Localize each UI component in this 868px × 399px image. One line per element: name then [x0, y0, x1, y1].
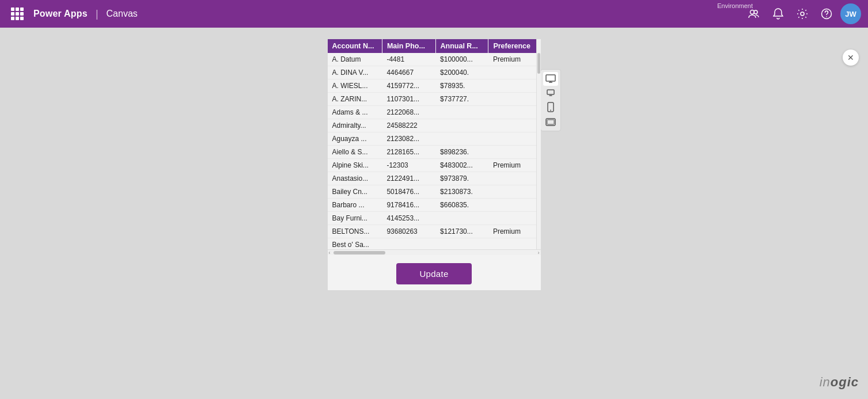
cell-account: Best o' Sa...: [328, 238, 382, 250]
title-divider: |: [96, 8, 98, 20]
topbar: Power Apps | Canvas Environment: [0, 0, 868, 28]
col-phone: Main Pho...: [382, 39, 435, 53]
cell-phone: 2122491...: [382, 172, 435, 185]
v-scrollbar-thumb: [537, 53, 540, 74]
grid-menu-button[interactable]: [7, 3, 28, 24]
cell-preference: [488, 185, 541, 199]
cell-preference: [488, 79, 541, 93]
desktop-icon: [545, 74, 556, 83]
cell-phone: 1107301...: [382, 93, 435, 106]
grid-icon: [11, 7, 24, 20]
svg-point-8: [550, 110, 551, 111]
user-avatar[interactable]: JW: [840, 3, 861, 24]
table-row[interactable]: Barbaro ...9178416...$660835.: [328, 199, 541, 212]
cell-preference: [488, 199, 541, 212]
cell-annual: $973879.: [435, 172, 488, 185]
cell-preference: [488, 146, 541, 159]
h-scroll-left-arrow[interactable]: ‹: [329, 250, 331, 256]
inogic-logo-text: ogic: [831, 375, 859, 389]
cell-account: Bailey Cn...: [328, 185, 382, 199]
table-row[interactable]: Alpine Ski...-12303$483002...Premium: [328, 159, 541, 172]
col-preference: Preference: [488, 39, 541, 53]
topbar-right: JW: [744, 3, 861, 24]
cell-account: Aguayza ...: [328, 132, 382, 146]
settings-button[interactable]: [792, 3, 813, 24]
accounts-table: Account N... Main Pho... Annual R... Pre…: [328, 39, 541, 249]
cell-annual: $100000...: [435, 53, 488, 66]
cell-phone: 9178416...: [382, 199, 435, 212]
close-button[interactable]: ✕: [843, 50, 859, 66]
device-panel: [540, 69, 561, 131]
table-row[interactable]: A. DINA V...4464667$200040.: [328, 66, 541, 79]
desktop-view-button[interactable]: [543, 72, 558, 86]
table-row[interactable]: Anastasio...2122491...$973879.: [328, 172, 541, 185]
cell-account: A. ZARIN...: [328, 93, 382, 106]
table-header-row: Account N... Main Pho... Annual R... Pre…: [328, 39, 541, 53]
table-row[interactable]: Adams & ...2122068...: [328, 106, 541, 119]
svg-point-4: [826, 16, 827, 17]
cell-preference: [488, 106, 541, 119]
svg-rect-6: [547, 90, 554, 94]
cell-account: Adams & ...: [328, 106, 382, 119]
community-icon: [748, 8, 760, 20]
canvas-panel: Account N... Main Pho... Annual R... Pre…: [328, 39, 541, 290]
cell-account: A. Datum: [328, 53, 382, 66]
cell-phone: 4145253...: [382, 212, 435, 225]
cell-preference: Premium: [488, 225, 541, 238]
col-annual: Annual R...: [435, 39, 488, 53]
table-row[interactable]: Aiello & S...2128165...$898236.: [328, 146, 541, 159]
table-row[interactable]: Admiralty...24588222: [328, 119, 541, 132]
table-row[interactable]: A. WIESL...4159772...$78935.: [328, 79, 541, 93]
cell-account: Barbaro ...: [328, 199, 382, 212]
cell-annual: $737727.: [435, 93, 488, 106]
cell-annual: $483002...: [435, 159, 488, 172]
cell-account: Alpine Ski...: [328, 159, 382, 172]
table-row[interactable]: Best o' Sa...: [328, 238, 541, 250]
tablet-view-button[interactable]: [543, 116, 558, 128]
cell-annual: [435, 119, 488, 132]
phone-view-button[interactable]: [543, 100, 558, 115]
cell-account: Admiralty...: [328, 119, 382, 132]
cell-phone: 5018476...: [382, 185, 435, 199]
v-scrollbar[interactable]: [536, 39, 541, 255]
table-row[interactable]: A. Datum-4481$100000...Premium: [328, 53, 541, 66]
desktop-small-icon: [547, 89, 555, 96]
cell-annual: [435, 106, 488, 119]
tablet-icon: [545, 118, 556, 126]
cell-preference: [488, 172, 541, 185]
cell-phone: 2128165...: [382, 146, 435, 159]
cell-phone: 24588222: [382, 119, 435, 132]
cell-preference: [488, 119, 541, 132]
gear-icon: [797, 8, 808, 20]
cell-phone: 2123082...: [382, 132, 435, 146]
cell-annual: $660835.: [435, 199, 488, 212]
update-btn-area: Update: [328, 255, 541, 290]
cell-annual: $898236.: [435, 146, 488, 159]
table-row[interactable]: BELTONS...93680263$121730...Premium: [328, 225, 541, 238]
h-scroll-right-arrow[interactable]: ›: [538, 250, 540, 256]
cell-preference: [488, 212, 541, 225]
help-button[interactable]: [816, 3, 837, 24]
table-row[interactable]: Bay Furni...4145253...: [328, 212, 541, 225]
cell-preference: [488, 93, 541, 106]
svg-point-2: [801, 12, 804, 16]
cell-account: Anastasio...: [328, 172, 382, 185]
cell-preference: Premium: [488, 53, 541, 66]
desktop-small-view-button[interactable]: [543, 87, 558, 98]
cell-phone: -12303: [382, 159, 435, 172]
app-type: Canvas: [107, 9, 138, 19]
notifications-button[interactable]: [768, 3, 789, 24]
update-button[interactable]: Update: [396, 263, 471, 284]
cell-annual: [435, 212, 488, 225]
main-area: ✕ Account N... Main Pho... Annual R... P…: [0, 28, 868, 399]
cell-annual: $200040.: [435, 66, 488, 79]
cell-annual: $78935.: [435, 79, 488, 93]
cell-preference: Premium: [488, 159, 541, 172]
table-row[interactable]: A. ZARIN...1107301...$737727.: [328, 93, 541, 106]
cell-annual: $121730...: [435, 225, 488, 238]
table-row[interactable]: Aguayza ...2123082...: [328, 132, 541, 146]
cell-preference: [488, 66, 541, 79]
table-row[interactable]: Bailey Cn...5018476...$2130873.: [328, 185, 541, 199]
h-scrollbar[interactable]: ‹ ›: [328, 249, 541, 255]
table-scroll-area[interactable]: Account N... Main Pho... Annual R... Pre…: [328, 39, 541, 249]
